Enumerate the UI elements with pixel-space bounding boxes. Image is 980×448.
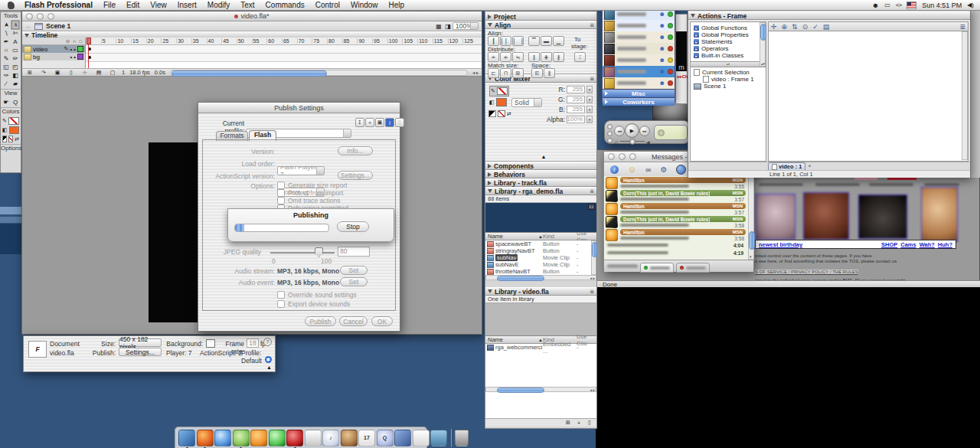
library-vscrollbar[interactable] xyxy=(591,240,596,275)
eyedropper-tool-icon[interactable]: ∕ xyxy=(2,80,11,88)
outline-icon[interactable]: □ xyxy=(79,39,82,44)
input-language-flag-icon[interactable] xyxy=(906,2,916,9)
script-editor[interactable] xyxy=(768,31,969,162)
checkbox-icon[interactable] xyxy=(277,181,285,189)
mixer-collapse-triangle-icon[interactable]: ▲ xyxy=(541,154,547,159)
mixer-stroke-swatch[interactable] xyxy=(497,87,508,95)
buddy-group-coworkers[interactable]: Coworkers xyxy=(603,97,675,106)
layer-visible-dot[interactable]: • xyxy=(70,54,72,60)
player-zoom-button[interactable] xyxy=(607,138,612,143)
emoticon-icon[interactable]: ☺ xyxy=(628,165,636,174)
chat-transcript[interactable]: Hamilton MSN 3:55 xyxy=(604,176,748,260)
timeline-ruler[interactable]: 1510152025303540455055606570758085909510… xyxy=(86,38,482,45)
menu-clock[interactable]: Sun 4:51 PM xyxy=(922,2,962,9)
panel-menu-icon[interactable]: ≣ xyxy=(590,22,594,28)
menu-item[interactable]: View xyxy=(145,1,172,9)
dock-app-icon[interactable] xyxy=(269,430,286,446)
background-color-swatch[interactable] xyxy=(206,339,215,348)
player-minimize-button[interactable] xyxy=(607,131,612,136)
info-button[interactable]: Info... xyxy=(338,146,373,155)
lock-icon[interactable]: ∩ xyxy=(73,39,76,44)
link-icon[interactable]: ∞ xyxy=(645,165,651,174)
volume-slider-knob[interactable] xyxy=(629,139,635,145)
align-hcenter-button[interactable]: ▏▏ xyxy=(500,36,511,46)
browser-link[interactable]: Huh? xyxy=(938,241,952,248)
script-navigator-item[interactable]: Current Selection xyxy=(691,69,766,76)
script-vscrollbar[interactable] xyxy=(962,31,968,160)
dock-app-icon[interactable] xyxy=(214,430,231,446)
dock-app-icon[interactable] xyxy=(430,430,447,446)
edit-symbol-icon[interactable]: ◨ xyxy=(443,22,452,31)
as-settings-button[interactable]: Settings... xyxy=(338,171,373,180)
stage-object[interactable] xyxy=(149,142,198,322)
center-frame-icon[interactable]: ⊹ xyxy=(80,68,90,77)
match-height-button[interactable]: ⊓ xyxy=(500,68,511,78)
align-bottom-button[interactable]: ▁ xyxy=(553,36,564,46)
gear-icon[interactable]: ⚙ xyxy=(660,165,667,174)
menu-item[interactable]: Insert xyxy=(172,1,202,9)
auto-format-icon[interactable]: ▤ xyxy=(821,23,832,31)
dock-app-icon[interactable] xyxy=(413,430,430,446)
layer-folder-icon[interactable]: ▣ xyxy=(53,68,62,77)
expand-triangle-icon[interactable]: ▲ xyxy=(266,365,272,370)
find-icon[interactable]: ⊕ xyxy=(779,23,790,31)
dock-app-icon[interactable] xyxy=(305,430,322,446)
panel-menu-icon[interactable]: ≣ xyxy=(590,289,594,295)
apple-menu-icon[interactable] xyxy=(8,2,15,9)
alpha-field[interactable]: 100% xyxy=(567,116,585,123)
scroll-arrows-icon[interactable]: ◂ ▸ xyxy=(472,70,479,75)
layer-lock-dot[interactable]: • xyxy=(74,46,76,53)
panel-library-video-header[interactable]: Library - video.fla ≣ xyxy=(485,287,596,296)
library-column-headers[interactable]: Name ▲ Kind Use Cou xyxy=(485,336,596,344)
panel-behaviors-header[interactable]: Behaviors xyxy=(485,170,596,178)
distribute-bottom-button[interactable]: ≒ xyxy=(512,52,524,62)
library-column-headers[interactable]: Name ▲ Kind Use Cou xyxy=(485,233,596,240)
distribute-vcenter-button[interactable]: ≑ xyxy=(500,52,511,62)
new-symbol-icon[interactable]: ⊞ xyxy=(564,419,573,427)
toolbox-vscrollbar[interactable]: ▴▾ xyxy=(760,22,766,67)
brush-tool-icon[interactable]: ✏ xyxy=(11,54,20,63)
panel-menu-icon[interactable]: ≣ xyxy=(590,188,594,195)
checkbox-icon[interactable] xyxy=(277,300,285,308)
dock-app-icon[interactable]: Q xyxy=(377,430,394,446)
buddy-row[interactable]: ☻ xyxy=(603,43,675,54)
library-view-buttons[interactable]: ▪ ▪ xyxy=(588,204,595,210)
option-row[interactable]: Protect from import xyxy=(277,189,348,197)
buddy-row[interactable]: ☻ xyxy=(603,66,675,77)
rectangle-tool-icon[interactable]: ▭ xyxy=(11,46,20,54)
r-stepper[interactable]: ▾ xyxy=(586,86,593,93)
menu-item[interactable]: Edit xyxy=(121,1,145,9)
photo-thumbnail[interactable] xyxy=(756,194,795,240)
distribute-left-button[interactable]: ∥ xyxy=(528,52,540,62)
onion-outline-icon[interactable]: ▢ xyxy=(108,68,117,77)
add-profile-icon[interactable]: + xyxy=(365,118,374,127)
keyboard-viewer-icon[interactable]: <> xyxy=(896,2,901,8)
panel-align-header[interactable]: Align ≣ xyxy=(485,21,596,29)
volume-icon[interactable]: ◀) xyxy=(967,2,974,8)
playhead[interactable] xyxy=(87,38,91,44)
library-item-row[interactable]: throttleNavBT Button - xyxy=(485,268,596,275)
menu-item[interactable]: Commands xyxy=(260,1,310,9)
free-transform-tool-icon[interactable]: ◱ xyxy=(2,63,11,71)
g-stepper[interactable]: ▾ xyxy=(586,96,593,103)
dock-app-icon[interactable] xyxy=(233,430,250,446)
trash-icon[interactable] xyxy=(455,430,469,446)
globe-icon[interactable] xyxy=(676,165,686,175)
menu-item[interactable]: Window xyxy=(345,1,384,9)
motion-guide-icon[interactable]: ↷ xyxy=(39,68,48,77)
chat-tab-active[interactable] xyxy=(640,263,674,273)
layer-lock-dot[interactable]: • xyxy=(74,54,76,60)
fill-transform-tool-icon[interactable]: ◰ xyxy=(11,63,20,71)
buddy-row[interactable]: ☻ xyxy=(603,54,675,66)
browser-link[interactable]: SHOP xyxy=(881,241,897,248)
ink-bottle-tool-icon[interactable]: ✑ xyxy=(2,71,11,80)
show-hide-icon[interactable]: ⊙ xyxy=(66,38,70,44)
zoom-button[interactable] xyxy=(629,153,636,160)
library-item-row[interactable]: subNav Movie Clip - xyxy=(485,254,596,261)
insert-target-path-icon[interactable]: ⊙ xyxy=(800,23,811,31)
close-button[interactable] xyxy=(608,153,615,160)
minimize-button[interactable] xyxy=(619,153,626,160)
dock-app-icon[interactable] xyxy=(250,430,267,446)
options-asterisk-icon[interactable]: ✱ xyxy=(265,356,272,363)
user-status-icon[interactable]: ☻ xyxy=(872,2,879,9)
